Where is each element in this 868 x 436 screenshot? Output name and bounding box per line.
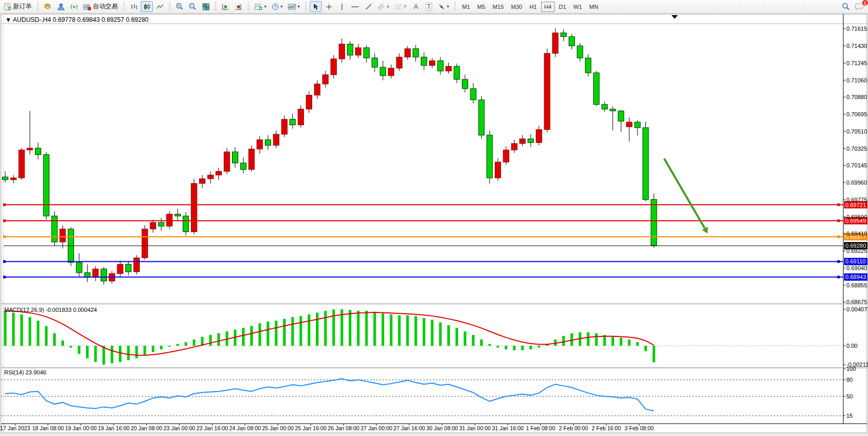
periods-button[interactable]: ▾ — [270, 1, 285, 12]
main-toolbar: 新订单 自动交易 ▾ ▾ — [0, 0, 868, 14]
toolbar-grip — [36, 2, 39, 11]
tile-windows-button[interactable] — [200, 1, 212, 12]
svg-text:0.70145: 0.70145 — [847, 162, 867, 168]
svg-text:2 Feb 16:00: 2 Feb 16:00 — [592, 425, 621, 431]
svg-text:26 Jan 08:00: 26 Jan 08:00 — [328, 425, 360, 431]
new-order-label: 新订单 — [13, 2, 32, 11]
new-order-button[interactable]: 新订单 — [2, 1, 34, 12]
text-tool-button[interactable]: A — [410, 1, 422, 12]
svg-text:0.70880: 0.70880 — [847, 94, 867, 100]
indicators-button[interactable]: ▾ — [252, 1, 268, 12]
ohlc-label: 0.69778 0.69843 0.69257 0.69280 — [53, 16, 149, 23]
cursor-icon — [312, 3, 319, 10]
fibonacci-tool-button[interactable]: F — [393, 1, 409, 12]
svg-text:0.68943: 0.68943 — [846, 274, 866, 280]
svg-text:0.69590: 0.69590 — [847, 214, 867, 220]
zoom-out-icon — [189, 3, 197, 10]
tf-mn-button[interactable]: MN — [586, 2, 601, 12]
toolbar-grip — [168, 2, 171, 11]
label-tool-button[interactable]: T — [423, 1, 435, 12]
tf-m15-button[interactable]: M15 — [490, 2, 507, 12]
svg-text:0.69775: 0.69775 — [847, 197, 867, 203]
svg-text:27 Jan 00:00: 27 Jan 00:00 — [361, 425, 393, 431]
person-icon — [57, 3, 65, 10]
notifications-button[interactable]: 1 — [853, 1, 866, 12]
svg-text:2 Feb 00:00: 2 Feb 00:00 — [559, 425, 588, 431]
tf-h1-button[interactable]: H1 — [527, 2, 540, 12]
market-watch-button[interactable] — [42, 1, 54, 12]
search-button[interactable] — [840, 1, 852, 12]
tf-h4-button[interactable]: H4 — [541, 2, 555, 12]
crosshair-tool-button[interactable] — [323, 1, 335, 12]
channel-tool-button[interactable]: E — [375, 1, 392, 12]
tf-d1-button[interactable]: D1 — [556, 2, 569, 12]
zoom-in-button[interactable] — [174, 1, 186, 12]
svg-text:0.69960: 0.69960 — [847, 179, 867, 186]
rsi-indicator-label: RSI(14) 23.9046 — [4, 369, 46, 376]
candlestick-icon — [143, 3, 151, 10]
bar-chart-icon — [130, 3, 138, 10]
cursor-tool-button[interactable] — [310, 1, 322, 12]
tf-m30-button[interactable]: M30 — [508, 2, 525, 12]
dropdown-caret-icon: ▾ — [264, 4, 266, 9]
toolbar-grip — [123, 2, 125, 11]
layers-icon — [44, 3, 52, 10]
trendline-icon — [365, 3, 372, 10]
auto-scroll-button[interactable] — [219, 1, 231, 12]
svg-text:15: 15 — [847, 413, 853, 419]
bar-chart-button[interactable] — [128, 1, 140, 12]
dropdown-caret-icon: ▾ — [298, 4, 300, 9]
svg-text:18 Jan 08:00: 18 Jan 08:00 — [32, 425, 64, 431]
chart-title: ▼ AUDUSD-,H4 0.69778 0.69843 0.69257 0.6… — [5, 16, 149, 23]
text-tool-label: A — [413, 3, 418, 10]
vertical-line-tool-button[interactable] — [336, 1, 348, 12]
tile-windows-icon — [202, 3, 210, 10]
add-indicator-icon — [254, 3, 263, 10]
svg-text:0.71615: 0.71615 — [847, 26, 867, 32]
horizontal-line-tool-button[interactable] — [349, 1, 361, 12]
svg-text:19 Jan 16:00: 19 Jan 16:00 — [98, 425, 130, 431]
channel-tool-label: E — [387, 4, 389, 9]
tf-m5-button[interactable]: M5 — [474, 2, 488, 12]
dropdown-caret-icon: ▾ — [447, 4, 449, 9]
svg-text:0.71060: 0.71060 — [847, 77, 867, 83]
signals-button[interactable] — [68, 1, 80, 12]
toolbar-grip — [304, 2, 307, 11]
svg-text:0.71245: 0.71245 — [847, 60, 867, 66]
zoom-out-button[interactable] — [187, 1, 199, 12]
svg-text:0.004071: 0.004071 — [847, 306, 868, 312]
candlestick-chart-button[interactable] — [141, 1, 153, 12]
macd-indicator-label: MACD(12,26,9) -0.001833 0.000424 — [4, 307, 97, 313]
search-icon — [842, 3, 850, 10]
line-chart-icon — [156, 3, 164, 10]
line-chart-button[interactable] — [154, 1, 166, 12]
svg-text:0.68675: 0.68675 — [847, 299, 867, 305]
svg-text:20 Jan 08:00: 20 Jan 08:00 — [131, 425, 163, 431]
auto-trading-icon — [83, 3, 91, 10]
community-button[interactable] — [55, 1, 67, 12]
svg-text:0.69040: 0.69040 — [847, 265, 867, 271]
svg-text:3 Feb 08:00: 3 Feb 08:00 — [625, 425, 654, 431]
svg-text:0.00: 0.00 — [847, 343, 858, 349]
tf-w1-button[interactable]: W1 — [570, 2, 585, 12]
svg-text:1 Feb 08:00: 1 Feb 08:00 — [526, 425, 555, 431]
tf-m1-button[interactable]: M1 — [459, 2, 473, 12]
auto-scroll-icon — [222, 3, 229, 10]
svg-text:23 Jan 16:00: 23 Jan 16:00 — [197, 425, 228, 431]
svg-text:0.70325: 0.70325 — [847, 146, 867, 152]
dropdown-caret-icon: ▾ — [280, 4, 283, 9]
svg-text:25 Jan 16:00: 25 Jan 16:00 — [295, 425, 327, 431]
svg-text:24 Jan 08:00: 24 Jan 08:00 — [229, 425, 261, 431]
trendline-tool-button[interactable] — [362, 1, 374, 12]
svg-text:17 Jan 2023: 17 Jan 2023 — [0, 425, 30, 431]
chart-canvas[interactable]: 0.697210.695490.693770.691100.689430.692… — [0, 0, 868, 436]
crosshair-icon — [325, 3, 333, 10]
auto-trading-button[interactable]: 自动交易 — [81, 1, 120, 12]
symbol-label: AUDUSD-,H4 — [13, 16, 51, 23]
templates-button[interactable]: ▾ — [286, 1, 302, 12]
horizontal-line-icon — [351, 3, 359, 10]
svg-text:0.71430: 0.71430 — [847, 43, 867, 49]
chart-shift-button[interactable] — [233, 1, 244, 12]
arrows-tool-button[interactable]: ▾ — [436, 1, 451, 12]
svg-text:0.69110: 0.69110 — [846, 258, 866, 264]
